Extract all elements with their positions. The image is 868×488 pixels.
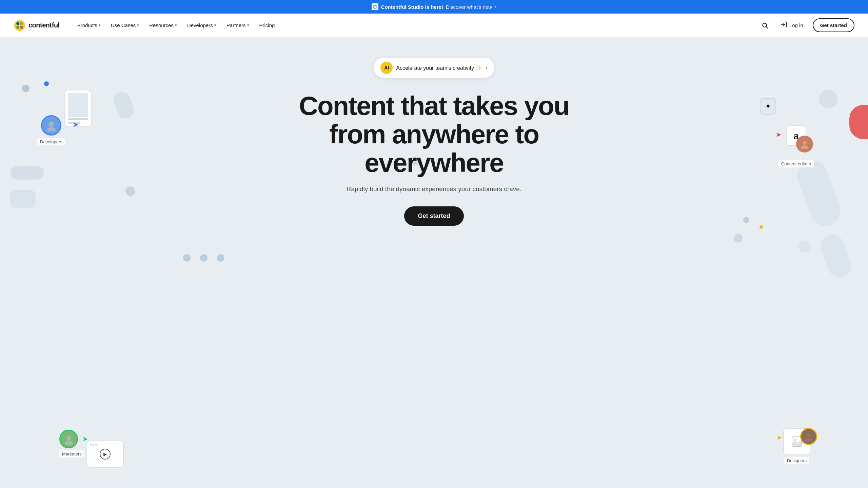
nav-developers[interactable]: Developers ▾	[183, 20, 220, 31]
svg-point-10	[803, 141, 807, 145]
banner-discover-text: Discover what's new	[446, 4, 492, 10]
svg-point-17	[805, 438, 812, 442]
svg-point-4	[20, 22, 23, 25]
chevron-down-icon: ▾	[214, 23, 216, 27]
developers-label: Developers	[37, 138, 65, 145]
content-editor-avatar	[796, 136, 813, 152]
svg-point-0	[14, 20, 25, 30]
nav-partners[interactable]: Partners ▾	[222, 20, 253, 31]
search-button[interactable]	[759, 19, 771, 32]
developer-arrow: ➤	[73, 120, 79, 129]
nav-products[interactable]: Products ▾	[73, 20, 105, 31]
designers-card: ➤ Designers	[783, 428, 810, 464]
designers-label: Designers	[784, 457, 810, 464]
content-editor-arrow: ➤	[776, 130, 782, 139]
nav-actions: Log in Get started	[759, 18, 854, 32]
marketer-avatar	[59, 430, 78, 448]
bg-circle-tr	[819, 90, 837, 108]
video-play-button: ▶	[100, 449, 111, 460]
ai-badge-arrow: ›	[486, 65, 487, 71]
bg-pill-red	[849, 105, 868, 139]
hero-heading: Content that takes you from anywhere to …	[299, 92, 569, 177]
svg-line-6	[766, 26, 768, 28]
chevron-down-icon: ▾	[137, 23, 139, 27]
bg-circle-br	[798, 241, 810, 252]
svg-point-12	[66, 435, 71, 440]
svg-point-9	[47, 127, 56, 131]
logo[interactable]: contentful	[14, 19, 60, 32]
banner-arrow: ›	[495, 4, 496, 10]
login-icon	[781, 21, 787, 29]
bg-pill-3	[111, 89, 136, 121]
hero-subtext: Rapidly build the dynamic experiences yo…	[347, 185, 521, 193]
svg-point-16	[807, 433, 811, 437]
nav-pricing[interactable]: Pricing	[255, 20, 279, 31]
marketers-card: ➤ Marketers	[59, 430, 84, 458]
bg-dot-4	[743, 217, 749, 223]
star-icon: ✦	[760, 98, 776, 115]
hero-section: AI Accelerate your team's creativity ✨ ›…	[0, 37, 868, 488]
bg-dot-7	[200, 254, 208, 262]
studio-icon	[372, 3, 378, 10]
svg-point-2	[20, 25, 23, 28]
chevron-down-icon: ▾	[247, 23, 249, 27]
nav-resources[interactable]: Resources ▾	[145, 20, 181, 31]
developer-avatar	[41, 115, 61, 136]
bg-pill-5	[817, 231, 854, 281]
ai-badge-message: Accelerate your team's creativity ✨	[396, 65, 482, 71]
marketers-label: Marketers	[59, 450, 84, 458]
bg-dot-yellow	[760, 225, 763, 229]
nav-links: Products ▾ Use Cases ▾ Resources ▾ Devel…	[73, 20, 759, 31]
content-editors-card: a ➤ Content editors ✦	[778, 125, 814, 167]
bg-dot-5	[734, 234, 743, 243]
svg-point-3	[16, 25, 19, 28]
navbar: contentful Products ▾ Use Cases ▾ Resour…	[0, 14, 868, 37]
logo-text: contentful	[28, 21, 60, 29]
bg-dot-8	[217, 254, 224, 262]
designer-avatar	[800, 428, 817, 445]
contentful-logo-icon	[14, 19, 26, 32]
svg-point-15	[794, 439, 796, 441]
content-editors-label: Content editors	[778, 160, 814, 167]
login-button[interactable]: Log in	[776, 18, 807, 32]
bg-dot-6	[183, 254, 191, 262]
bg-dot-2	[44, 81, 49, 86]
marketer-arrow: ➤	[82, 435, 88, 443]
bg-pill-2	[10, 190, 36, 208]
nav-use-cases[interactable]: Use Cases ▾	[107, 20, 143, 31]
announcement-banner[interactable]: Contentful Studio is here! Discover what…	[0, 0, 868, 14]
ai-badge[interactable]: AI Accelerate your team's creativity ✨ ›	[374, 58, 494, 78]
svg-point-8	[48, 121, 54, 127]
video-mockup: ▶	[86, 441, 124, 468]
ai-badge-icon: AI	[380, 62, 393, 74]
hero-cta-button[interactable]: Get started	[404, 206, 463, 226]
bg-dot-3	[125, 186, 135, 196]
bg-pill-1	[10, 166, 44, 180]
get-started-nav-button[interactable]: Get started	[813, 18, 854, 32]
svg-point-11	[801, 145, 808, 149]
designer-arrow: ➤	[776, 433, 782, 442]
bg-dot-1	[22, 85, 29, 92]
banner-bold: Contentful Studio is here!	[381, 4, 443, 10]
chevron-down-icon: ▾	[99, 23, 101, 27]
svg-point-13	[65, 441, 73, 445]
developers-card: Developers ➤	[37, 115, 65, 145]
chevron-down-icon: ▾	[175, 23, 177, 27]
svg-point-1	[16, 22, 19, 25]
